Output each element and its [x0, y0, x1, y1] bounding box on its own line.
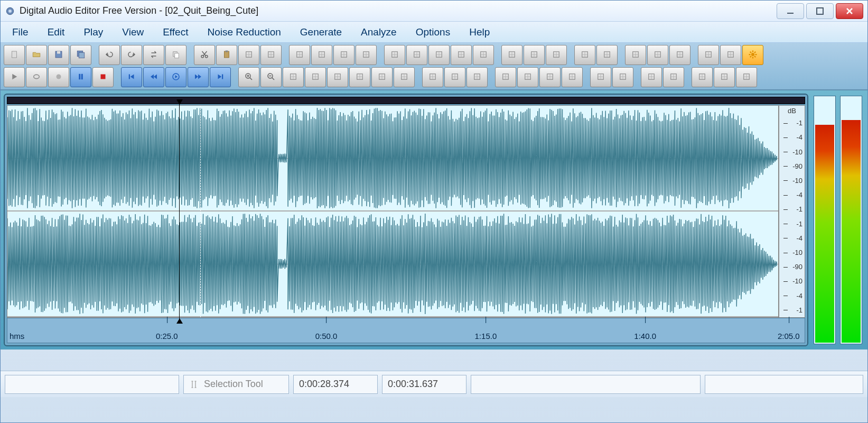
stop-button[interactable]	[92, 67, 114, 87]
play-button[interactable]	[4, 67, 25, 87]
record-button[interactable]	[48, 67, 69, 87]
menu-help[interactable]: Help	[460, 23, 499, 41]
amp-up-button[interactable]	[495, 67, 516, 87]
overview-strip[interactable]	[7, 97, 805, 104]
env2-button[interactable]	[663, 67, 684, 87]
menu-play[interactable]: Play	[74, 23, 113, 41]
amp-fit-button[interactable]	[539, 67, 561, 87]
volume-button[interactable]	[562, 67, 583, 87]
db-tick: -90	[781, 162, 802, 170]
swap-button[interactable]	[428, 45, 450, 65]
trim-icon	[295, 50, 304, 61]
equal-button[interactable]	[466, 67, 488, 87]
zoom-in-v-button[interactable]	[371, 67, 393, 87]
db-scale-bottom: -1-4-10-90-10-4-1	[779, 217, 805, 318]
close-button[interactable]	[836, 3, 863, 19]
channel-right[interactable]	[7, 212, 778, 317]
menu-view[interactable]: View	[113, 23, 153, 41]
open-button[interactable]	[26, 45, 47, 65]
mic-button[interactable]	[669, 45, 690, 65]
eq-button[interactable]	[736, 67, 757, 87]
playhead-cursor[interactable]	[179, 100, 180, 323]
zoom-left-button[interactable]	[327, 67, 348, 87]
channel-left[interactable]	[7, 106, 778, 212]
wave1-button[interactable]	[590, 67, 611, 87]
fullscreen-button[interactable]	[698, 45, 719, 65]
env1-button[interactable]	[641, 67, 662, 87]
go-start-button[interactable]	[121, 67, 142, 87]
forward-button[interactable]	[188, 67, 209, 87]
mute-left-button[interactable]	[384, 45, 405, 65]
cut-button[interactable]	[194, 45, 215, 65]
cd-icon	[602, 50, 612, 61]
tag-button[interactable]	[574, 45, 595, 65]
zoom-right-button[interactable]	[349, 67, 370, 87]
reduce-button[interactable]	[524, 45, 545, 65]
save-as-button[interactable]	[70, 45, 91, 65]
menu-noise-reduction[interactable]: Noise Reduction	[198, 23, 290, 41]
redo-button[interactable]	[121, 45, 142, 65]
menu-file[interactable]: File	[3, 23, 38, 41]
wave-channels[interactable]	[7, 105, 779, 318]
delete-sel-button[interactable]	[356, 45, 377, 65]
fx2-button[interactable]	[714, 67, 735, 87]
back-button[interactable]	[444, 67, 465, 87]
zoom-full-button[interactable]	[305, 67, 326, 87]
maximize-button[interactable]	[806, 3, 834, 19]
zoom-out-v-button[interactable]	[394, 67, 415, 87]
loop-button[interactable]	[26, 67, 47, 87]
repeat-button[interactable]	[143, 45, 164, 65]
insert-silence-button[interactable]	[473, 45, 494, 65]
rewind-button[interactable]	[143, 67, 164, 87]
play-circle-icon	[171, 72, 181, 83]
trim-button[interactable]	[289, 45, 310, 65]
menu-analyze[interactable]: Analyze	[351, 23, 406, 41]
tuning-icon	[726, 50, 735, 61]
muter-icon	[412, 50, 422, 61]
menu-edit[interactable]: Edit	[38, 23, 74, 41]
pastefile-icon	[266, 50, 276, 61]
undo-button[interactable]	[99, 45, 120, 65]
filter-button[interactable]	[546, 45, 567, 65]
paste-mix-button[interactable]	[238, 45, 259, 65]
selection-tool-icon	[189, 380, 199, 389]
delete-button[interactable]	[333, 45, 354, 65]
paste-button[interactable]	[216, 45, 237, 65]
copy-button[interactable]	[165, 45, 186, 65]
pause-button[interactable]	[70, 67, 91, 87]
zoom-sel-button[interactable]	[283, 67, 304, 87]
menu-generate[interactable]: Generate	[291, 23, 351, 41]
status-cell-right	[705, 375, 863, 394]
select-all-button[interactable]	[311, 45, 332, 65]
mixer-button[interactable]	[625, 45, 646, 65]
settings-button[interactable]	[742, 45, 763, 65]
fit-button[interactable]	[422, 67, 443, 87]
toolbar-row-1	[4, 45, 864, 65]
rewind-icon	[149, 72, 158, 83]
play-cursor-button[interactable]	[165, 67, 186, 87]
save-button[interactable]	[48, 45, 69, 65]
selection-end-marker[interactable]	[200, 106, 201, 317]
go-end-button[interactable]	[210, 67, 231, 87]
cd-button[interactable]	[596, 45, 618, 65]
new-button[interactable]	[4, 45, 25, 65]
wave2-button[interactable]	[612, 67, 633, 87]
menu-options[interactable]: Options	[406, 23, 460, 41]
speaker-button[interactable]	[647, 45, 668, 65]
db-tick: -10	[781, 177, 802, 185]
fx1-icon	[697, 72, 707, 83]
fx1-button[interactable]	[692, 67, 713, 87]
menu-effect[interactable]: Effect	[153, 23, 198, 41]
zoom-out-button[interactable]	[260, 67, 282, 87]
tuning-button[interactable]	[720, 45, 741, 65]
invert-button[interactable]	[451, 45, 472, 65]
zoom-in-button[interactable]	[238, 67, 259, 87]
amp-down-button[interactable]	[517, 67, 538, 87]
paste-from-button[interactable]	[260, 45, 282, 65]
minimize-button[interactable]	[777, 3, 804, 19]
zooml-icon	[333, 72, 342, 83]
svg-point-37	[34, 75, 40, 79]
mute-right-button[interactable]	[406, 45, 427, 65]
brightness-button[interactable]	[501, 45, 522, 65]
time-ruler[interactable]: hms 0:25.00:50.01:15.01:40.02:05.0	[7, 318, 805, 343]
